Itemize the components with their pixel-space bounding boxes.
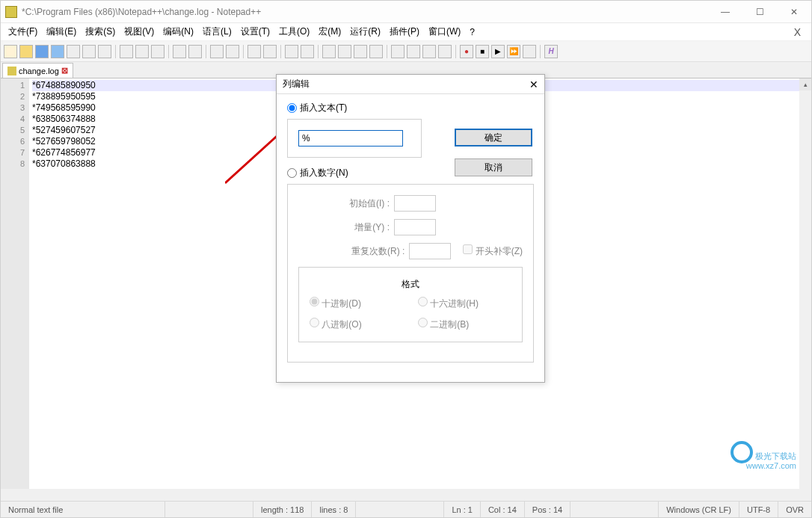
toolbar-copy-icon[interactable] (135, 45, 149, 58)
watermark-logo-icon (731, 441, 753, 463)
menu-window[interactable]: 窗口(W) (424, 23, 465, 40)
toolbar-redo-icon[interactable] (188, 45, 202, 58)
toolbar-cut-icon[interactable] (120, 45, 133, 58)
close-button[interactable]: ✕ (777, 1, 811, 23)
status-length: length : 118 (253, 502, 313, 517)
toolbar-new-icon[interactable] (4, 45, 17, 58)
menu-plugins[interactable]: 插件(P) (385, 23, 424, 40)
toolbar-undo-icon[interactable] (173, 45, 186, 58)
format-oct-radio[interactable] (310, 318, 319, 327)
pad-zero-checkbox[interactable] (463, 244, 473, 254)
minimize-button[interactable]: — (708, 1, 742, 23)
toolbar: ● ■ ▶ ⏩ H (1, 41, 811, 62)
increment-input[interactable] (394, 219, 436, 235)
status-ln: Ln : 1 (444, 502, 481, 517)
format-bin-radio[interactable] (418, 318, 428, 327)
initial-label: 初始值(I) : (330, 197, 390, 210)
toolbar-playmulti-icon[interactable]: ⏩ (507, 45, 520, 58)
menu-view[interactable]: 视图(V) (120, 23, 159, 40)
insert-text-label: 插入文本(T) (300, 102, 347, 114)
insert-number-radio[interactable] (287, 168, 297, 178)
increment-label: 增量(Y) : (330, 221, 390, 234)
toolbar-showall-icon[interactable] (338, 45, 351, 58)
line-gutter: 12345678 (1, 78, 29, 489)
insert-number-label: 插入数字(N) (300, 167, 348, 179)
menu-language[interactable]: 语言(L) (198, 23, 236, 40)
cancel-button[interactable]: 取消 (455, 158, 532, 176)
app-icon (5, 6, 17, 18)
toolbar-record-icon[interactable]: ● (460, 45, 473, 58)
dialog-close-icon[interactable]: ✕ (529, 78, 538, 90)
menu-settings[interactable]: 设置(T) (236, 23, 274, 40)
toolbar-h-icon[interactable]: H (544, 45, 558, 58)
toolbar-folder-icon[interactable] (422, 45, 436, 58)
toolbar-close-icon[interactable] (67, 45, 80, 58)
status-lines: lines : 8 (312, 502, 356, 517)
status-ovr[interactable]: OVR (778, 502, 811, 517)
dialog-title: 列编辑 (283, 78, 529, 90)
menubar-close-x[interactable]: X (794, 26, 801, 38)
file-tab[interactable]: change.log ⊠ (2, 63, 73, 78)
toolbar-play-icon[interactable]: ▶ (491, 45, 505, 58)
insert-text-radio[interactable] (287, 103, 297, 113)
toolbar-paste-icon[interactable] (151, 45, 164, 58)
toolbar-save-icon[interactable] (35, 45, 49, 58)
toolbar-open-icon[interactable] (19, 45, 33, 58)
statusbar: Normal text file length : 118 lines : 8 … (1, 501, 811, 517)
toolbar-indent-icon[interactable] (354, 45, 367, 58)
menu-edit[interactable]: 编辑(E) (42, 23, 81, 40)
insert-text-input[interactable] (298, 130, 403, 147)
status-pos: Pos : 14 (525, 502, 570, 517)
toolbar-funclist-icon[interactable] (391, 45, 405, 58)
toolbar-zoomin-icon[interactable] (247, 45, 261, 58)
titlebar: *C:\Program Files (x86)\Notepad++\change… (1, 1, 811, 23)
toolbar-docmap-icon[interactable] (407, 45, 420, 58)
toolbar-monitor-icon[interactable] (438, 45, 452, 58)
window-title: *C:\Program Files (x86)\Notepad++\change… (22, 7, 708, 17)
menu-encoding[interactable]: 编码(N) (159, 23, 198, 40)
format-hex-radio[interactable] (418, 297, 428, 306)
menubar: 文件(F) 编辑(E) 搜索(S) 视图(V) 编码(N) 语言(L) 设置(T… (1, 23, 811, 41)
maximize-button[interactable]: ☐ (742, 1, 777, 23)
toolbar-sync-h-icon[interactable] (301, 45, 314, 58)
format-label: 格式 (310, 278, 511, 291)
tab-label: change.log (19, 67, 59, 75)
status-filetype: Normal text file (1, 502, 165, 517)
status-encoding[interactable]: UTF-8 (739, 502, 778, 517)
toolbar-outdent-icon[interactable] (369, 45, 383, 58)
column-editor-dialog: 列编辑 ✕ 插入文本(T) 确定 取消 插入数字(N) (276, 74, 545, 383)
toolbar-saveall-icon[interactable] (51, 45, 64, 58)
ok-button[interactable]: 确定 (455, 129, 532, 147)
toolbar-sync-v-icon[interactable] (285, 45, 298, 58)
initial-input[interactable] (394, 195, 436, 212)
repeat-label: 重复次数(R) : (345, 245, 405, 258)
dialog-titlebar: 列编辑 ✕ (277, 75, 544, 94)
watermark: 极光下载站 www.xz7.com (731, 437, 796, 471)
tab-close-icon[interactable]: ⊠ (61, 66, 68, 75)
menu-macro[interactable]: 宏(M) (314, 23, 345, 40)
toolbar-stop-icon[interactable]: ■ (476, 45, 489, 58)
status-col: Col : 14 (481, 502, 525, 517)
editor[interactable]: ▴ 12345678 *674885890950 *738895950595 *… (1, 78, 811, 501)
menu-tools[interactable]: 工具(O) (274, 23, 314, 40)
menu-search[interactable]: 搜索(S) (81, 23, 120, 40)
pad-zero-label: 开头补零(Z) (476, 246, 523, 256)
file-icon (7, 67, 16, 75)
scroll-up-icon[interactable]: ▴ (799, 78, 811, 90)
toolbar-find-icon[interactable] (210, 45, 224, 58)
menu-file[interactable]: 文件(F) (4, 23, 42, 40)
toolbar-closeall-icon[interactable] (82, 45, 96, 58)
toolbar-savemacro-icon[interactable] (523, 45, 536, 58)
status-eol[interactable]: Windows (CR LF) (659, 502, 739, 517)
menu-run[interactable]: 运行(R) (345, 23, 385, 40)
toolbar-print-icon[interactable] (98, 45, 111, 58)
toolbar-zoomout-icon[interactable] (263, 45, 277, 58)
toolbar-replace-icon[interactable] (226, 45, 239, 58)
format-dec-radio[interactable] (310, 297, 319, 306)
toolbar-wrap-icon[interactable] (322, 45, 336, 58)
repeat-input[interactable] (409, 243, 451, 259)
menu-help[interactable]: ? (465, 25, 479, 40)
